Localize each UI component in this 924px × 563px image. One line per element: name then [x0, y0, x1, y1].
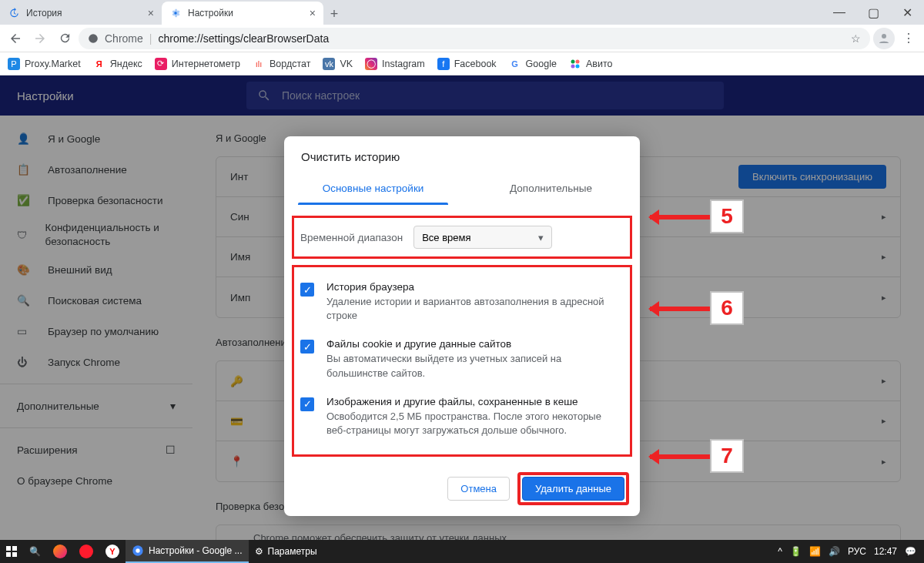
- bookmark-item[interactable]: PProxy.Market: [8, 58, 81, 70]
- tab-label: История: [26, 8, 62, 18]
- bookmark-item[interactable]: fFacebook: [437, 58, 497, 70]
- bookmark-label: Instagram: [382, 59, 425, 69]
- taskbar-firefox-icon[interactable]: [47, 540, 73, 563]
- bookmark-icon: vk: [323, 58, 335, 70]
- minimize-button[interactable]: ―: [822, 0, 856, 25]
- bookmark-icon: Я: [93, 58, 105, 70]
- delete-button-highlight: Удалить данные: [517, 472, 629, 505]
- bookmark-icon: ⟳: [155, 58, 167, 70]
- bookmark-label: Proxy.Market: [25, 59, 81, 69]
- tab-label: Основные настройки: [323, 183, 424, 194]
- start-button[interactable]: [0, 540, 23, 563]
- tray-clock[interactable]: 12:47: [874, 546, 897, 557]
- chrome-icon: [88, 33, 99, 44]
- tab-basic[interactable]: Основные настройки: [284, 171, 462, 205]
- option-row[interactable]: ✓ Изображения и другие файлы, сохраненны…: [300, 388, 624, 445]
- taskbar-opera-icon[interactable]: [73, 540, 99, 563]
- bookmark-label: Яндекс: [110, 59, 142, 69]
- bookmark-label: Facebook: [454, 59, 497, 69]
- address-bar[interactable]: Chrome | chrome://settings/clearBrowserD…: [79, 28, 870, 49]
- tray-language[interactable]: РУС: [848, 546, 866, 557]
- delete-data-button[interactable]: Удалить данные: [522, 477, 624, 501]
- cancel-button[interactable]: Отмена: [447, 477, 510, 501]
- history-icon: [8, 7, 20, 19]
- bookmark-icon: ◯: [365, 58, 377, 70]
- option-title: История браузера: [326, 281, 624, 293]
- divider: |: [149, 32, 152, 45]
- url-prefix: Chrome: [105, 32, 143, 45]
- taskbar-app-label: Параметры: [268, 546, 317, 557]
- tray-chevron-icon[interactable]: ^: [778, 546, 782, 557]
- back-button[interactable]: [5, 28, 26, 49]
- tab-strip: История × Настройки × + ― ▢ ✕: [0, 0, 924, 25]
- bookmark-label: Вордстат: [270, 59, 311, 69]
- checkbox-checked[interactable]: ✓: [300, 397, 314, 411]
- close-window-button[interactable]: ✕: [890, 0, 924, 25]
- bookmark-label: Google: [526, 59, 557, 69]
- bookmark-item[interactable]: ⟳Интернетометр: [155, 58, 240, 70]
- close-icon[interactable]: ×: [148, 7, 154, 19]
- url-text: chrome://settings/clearBrowserData: [158, 32, 329, 45]
- tab-label: Дополнительные: [510, 183, 592, 194]
- annotation-arrow: [650, 215, 710, 220]
- bookmark-icon: [569, 58, 581, 70]
- bookmark-label: VK: [340, 59, 353, 69]
- tab-advanced[interactable]: Дополнительные: [462, 171, 640, 205]
- svg-point-6: [575, 64, 579, 68]
- menu-button[interactable]: ⋮: [898, 28, 919, 49]
- option-desc: Удаление истории и вариантов автозаполне…: [326, 295, 624, 323]
- notifications-icon[interactable]: 💬: [905, 546, 916, 557]
- time-range-select[interactable]: Все время ▾: [413, 226, 552, 249]
- bookmark-item[interactable]: ılıВордстат: [253, 58, 311, 70]
- bookmark-item[interactable]: ◯Instagram: [365, 58, 425, 70]
- bookmark-item[interactable]: GGoogle: [509, 58, 557, 70]
- bookmark-item[interactable]: vkVK: [323, 58, 353, 70]
- maximize-button[interactable]: ▢: [856, 0, 890, 25]
- reload-button[interactable]: [54, 28, 75, 49]
- option-desc: Вы автоматически выйдете из учетных запи…: [326, 352, 624, 380]
- profile-button[interactable]: [873, 28, 895, 49]
- annotation-number: 6: [710, 291, 744, 325]
- option-row[interactable]: ✓ Файлы cookie и другие данные сайтов Вы…: [300, 330, 624, 387]
- bookmark-star-icon[interactable]: ☆: [851, 32, 861, 45]
- dialog-tabs: Основные настройки Дополнительные: [284, 171, 640, 205]
- svg-point-5: [571, 64, 574, 68]
- taskbar-yandex-icon[interactable]: Y: [99, 540, 126, 563]
- svg-point-3: [571, 59, 574, 63]
- bookmark-icon: f: [437, 58, 450, 70]
- browser-toolbar: Chrome | chrome://settings/clearBrowserD…: [0, 25, 924, 52]
- taskbar-chrome-app[interactable]: Настройки - Google ...: [126, 540, 249, 563]
- svg-point-2: [882, 34, 886, 39]
- svg-rect-9: [6, 552, 11, 557]
- browser-tab-history[interactable]: История ×: [0, 2, 162, 25]
- window-controls: ― ▢ ✕: [822, 0, 924, 25]
- volume-icon[interactable]: 🔊: [829, 546, 840, 557]
- bookmark-item[interactable]: ЯЯндекс: [93, 58, 142, 70]
- bookmark-label: Авито: [586, 59, 613, 69]
- dialog-title: Очистить историю: [284, 136, 640, 171]
- taskbar-search-button[interactable]: 🔍: [23, 540, 47, 563]
- checkbox-checked[interactable]: ✓: [300, 283, 314, 297]
- svg-point-12: [136, 548, 139, 552]
- chevron-down-icon: ▾: [538, 232, 544, 243]
- bookmark-label: Интернетометр: [172, 59, 240, 69]
- svg-rect-10: [12, 552, 17, 557]
- bookmark-icon: P: [8, 58, 20, 70]
- option-row[interactable]: ✓ История браузера Удаление истории и ва…: [300, 273, 624, 330]
- system-tray: ^ 🔋 📶 🔊 РУС 12:47 💬: [778, 546, 924, 557]
- close-icon[interactable]: ×: [310, 7, 316, 19]
- clear-browsing-data-dialog: Очистить историю Основные настройки Допо…: [284, 136, 640, 516]
- network-icon[interactable]: 📶: [809, 546, 821, 557]
- battery-icon[interactable]: 🔋: [790, 546, 802, 557]
- svg-point-4: [575, 59, 579, 63]
- svg-point-1: [89, 34, 98, 43]
- forward-button[interactable]: [29, 28, 51, 49]
- bookmark-item[interactable]: Авито: [569, 58, 613, 70]
- checkbox-checked[interactable]: ✓: [300, 340, 314, 354]
- svg-rect-8: [12, 546, 17, 551]
- new-tab-button[interactable]: +: [323, 3, 345, 25]
- gear-icon: ⚙: [255, 546, 263, 557]
- browser-tab-settings[interactable]: Настройки ×: [162, 2, 323, 25]
- taskbar-settings-app[interactable]: ⚙ Параметры: [249, 540, 323, 563]
- option-desc: Освободится 2,5 МБ пространства. После э…: [326, 410, 624, 437]
